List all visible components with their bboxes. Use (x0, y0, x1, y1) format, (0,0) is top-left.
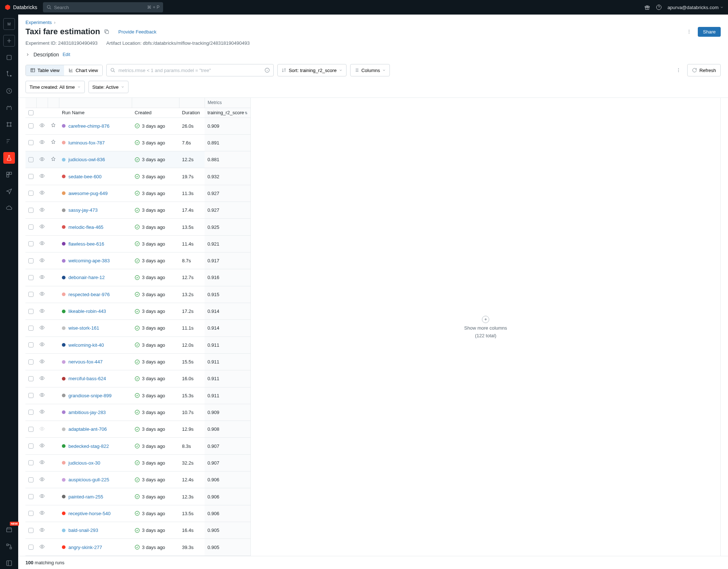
sidebar-workspace[interactable] (3, 52, 15, 63)
sort-dropdown[interactable]: Sort: training_r2_score (277, 64, 347, 76)
sidebar-workspace-switcher[interactable]: M (3, 18, 15, 30)
time-filter[interactable]: Time created: All time (25, 81, 85, 93)
row-checkbox[interactable] (28, 393, 33, 398)
run-name-link[interactable]: judicious-ox-30 (68, 460, 100, 466)
sidebar-serving[interactable] (3, 202, 15, 214)
sidebar-repos[interactable] (3, 68, 15, 80)
visibility-toggle-icon[interactable] (39, 477, 45, 482)
run-name-link[interactable]: merciful-bass-624 (68, 376, 106, 381)
table-row[interactable]: flawless-bee-616 3 days ago 11.4s 0.921 (25, 235, 251, 252)
sidebar-workflows[interactable] (3, 135, 15, 147)
run-name-link[interactable]: painted-ram-255 (68, 494, 103, 500)
row-checkbox[interactable] (28, 309, 33, 314)
col-metric[interactable]: training_r2_score⇅ (205, 108, 251, 118)
sidebar-experiments[interactable] (3, 152, 15, 164)
sidebar-new[interactable] (3, 35, 15, 47)
visibility-toggle-icon[interactable] (39, 258, 45, 263)
breadcrumb-experiments[interactable]: Experiments (25, 20, 52, 25)
row-checkbox[interactable] (28, 528, 33, 533)
pin-icon[interactable] (51, 123, 56, 128)
runs-more-menu[interactable] (673, 65, 684, 75)
share-button[interactable]: Share (698, 27, 721, 37)
user-menu[interactable]: apurva@databricks.com (668, 5, 724, 10)
visibility-toggle-icon[interactable] (39, 375, 45, 381)
row-checkbox[interactable] (28, 258, 33, 263)
sidebar-collapse[interactable] (3, 557, 15, 569)
visibility-toggle-icon[interactable] (39, 173, 45, 179)
row-checkbox[interactable] (28, 342, 33, 347)
visibility-toggle-icon[interactable] (39, 139, 45, 145)
chart-view-button[interactable]: Chart view (64, 65, 102, 76)
run-name-link[interactable]: luminous-fox-787 (68, 140, 105, 146)
col-run-name[interactable]: Run Name (59, 108, 132, 118)
run-name-link[interactable]: debonair-hare-12 (68, 275, 105, 280)
pin-icon[interactable] (51, 156, 56, 162)
row-checkbox[interactable] (28, 157, 33, 162)
visibility-toggle-icon[interactable] (39, 493, 45, 499)
row-checkbox[interactable] (28, 494, 33, 499)
row-checkbox[interactable] (28, 224, 33, 230)
row-checkbox[interactable] (28, 545, 33, 550)
row-checkbox[interactable] (28, 174, 33, 179)
visibility-toggle-icon[interactable] (39, 325, 45, 330)
copy-icon[interactable] (104, 29, 110, 35)
table-row[interactable]: welcoming-kit-40 3 days ago 12.0s 0.911 (25, 337, 251, 353)
sidebar-marketplace[interactable]: NEW (3, 524, 15, 536)
table-row[interactable]: debonair-hare-12 3 days ago 12.7s 0.916 (25, 269, 251, 286)
sidebar-compute[interactable] (3, 119, 15, 130)
run-name-link[interactable]: nervous-fox-447 (68, 359, 103, 365)
run-name-link[interactable]: bald-snail-293 (68, 528, 98, 533)
provide-feedback-link[interactable]: Provide Feedback (118, 29, 157, 35)
row-checkbox[interactable] (28, 376, 33, 381)
col-created[interactable]: Created (132, 108, 179, 118)
visibility-toggle-icon[interactable] (39, 274, 45, 280)
table-row[interactable]: ambitious-jay-283 3 days ago 10.7s 0.909 (25, 404, 251, 421)
sidebar-data[interactable] (3, 102, 15, 114)
table-row[interactable]: adaptable-ant-706 3 days ago 12.9s 0.908 (25, 421, 251, 438)
sidebar-recents[interactable] (3, 85, 15, 97)
run-name-link[interactable]: melodic-flea-465 (68, 224, 103, 230)
run-name-link[interactable]: awesome-pug-649 (68, 191, 108, 196)
run-name-link[interactable]: welcoming-ape-383 (68, 258, 110, 263)
brand-logo[interactable]: Databricks (4, 4, 37, 11)
help-icon[interactable] (656, 4, 662, 10)
run-name-link[interactable]: receptive-horse-540 (68, 511, 111, 516)
visibility-toggle-icon[interactable] (39, 510, 45, 516)
col-duration[interactable]: Duration (179, 108, 205, 118)
table-row[interactable]: auspicious-gull-225 3 days ago 12.4s 0.9… (25, 471, 251, 488)
run-name-link[interactable]: welcoming-kit-40 (68, 342, 104, 348)
table-row[interactable]: judicious-owl-836 3 days ago 12.2s 0.881 (25, 151, 251, 168)
table-row[interactable]: bedecked-stag-822 3 days ago 8.3s 0.907 (25, 438, 251, 454)
table-row[interactable]: respected-bear-976 3 days ago 13.2s 0.91… (25, 286, 251, 303)
row-checkbox[interactable] (28, 140, 33, 145)
gift-icon[interactable] (644, 4, 650, 10)
table-row[interactable]: bald-snail-293 3 days ago 16.4s 0.905 (25, 522, 251, 539)
visibility-toggle-icon[interactable] (39, 207, 45, 212)
expand-description-toggle[interactable] (25, 52, 30, 57)
row-checkbox[interactable] (28, 292, 33, 297)
run-name-link[interactable]: auspicious-gull-225 (68, 477, 109, 482)
run-name-link[interactable]: wise-stork-161 (68, 325, 99, 331)
run-name-link[interactable]: angry-skink-277 (68, 545, 102, 550)
filter-box[interactable] (106, 64, 274, 76)
columns-dropdown[interactable]: Columns (350, 64, 390, 76)
table-row[interactable]: sassy-jay-473 3 days ago 17.4s 0.927 (25, 202, 251, 219)
run-name-link[interactable]: carefree-chimp-876 (68, 123, 110, 129)
table-row[interactable]: likeable-robin-443 3 days ago 17.2s 0.91… (25, 303, 251, 319)
table-row[interactable]: carefree-chimp-876 3 days ago 26.0s 0.90… (25, 118, 251, 134)
select-all-checkbox[interactable] (28, 110, 33, 115)
table-row[interactable]: welcoming-ape-383 3 days ago 8.7s 0.917 (25, 252, 251, 269)
visibility-toggle-icon[interactable] (39, 123, 45, 128)
run-name-link[interactable]: sedate-bee-600 (68, 174, 102, 179)
table-row[interactable]: angry-skink-277 3 days ago 39.3s 0.905 (25, 539, 251, 556)
run-name-link[interactable]: respected-bear-976 (68, 292, 110, 297)
run-name-link[interactable]: judicious-owl-836 (68, 157, 105, 162)
visibility-toggle-icon[interactable] (39, 240, 45, 246)
filter-input[interactable] (118, 68, 262, 73)
table-row[interactable]: melodic-flea-465 3 days ago 13.5s 0.925 (25, 219, 251, 235)
run-name-link[interactable]: adaptable-ant-706 (68, 426, 107, 432)
table-row[interactable]: grandiose-snipe-899 3 days ago 15.3s 0.9… (25, 387, 251, 404)
run-name-link[interactable]: likeable-robin-443 (68, 309, 106, 314)
show-more-columns[interactable]: + Show more columns (122 total) (251, 98, 721, 556)
table-row[interactable]: awesome-pug-649 3 days ago 11.3s 0.927 (25, 185, 251, 202)
